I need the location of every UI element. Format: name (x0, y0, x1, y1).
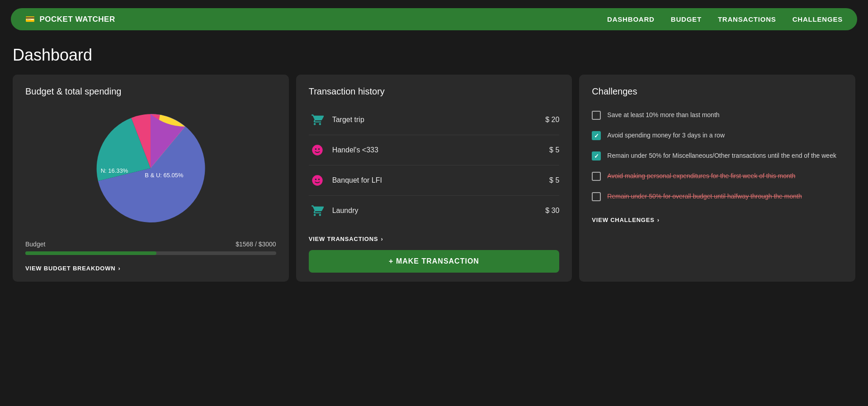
challenge-text: Avoid making personal expenditures for t… (607, 171, 795, 180)
transaction-item: Laundry $ 30 (309, 196, 560, 226)
navbar: 💳 POCKET WATCHER DASHBOARD BUDGET TRANSA… (11, 8, 857, 30)
transaction-item: Target trip $ 20 (309, 105, 560, 135)
nav-budget[interactable]: BUDGET (671, 15, 702, 23)
challenge-text: Remain under 50% for overall budget unti… (607, 192, 802, 201)
nav-transactions[interactable]: TRANSACTIONS (718, 15, 776, 23)
challenge-checkbox[interactable] (592, 172, 601, 181)
food-icon (309, 172, 326, 189)
transaction-name: Laundry (332, 207, 546, 215)
budget-card: Budget & total spending B & U: 65.05% (13, 75, 289, 282)
budget-bar-row: Budget $1568 / $3000 (25, 241, 276, 248)
svg-point-2 (318, 148, 320, 150)
view-transactions-link[interactable]: VIEW TRANSACTIONS › (309, 236, 383, 242)
pie-chart: B & U: 65.05% N: 16.33% (25, 105, 276, 231)
chevron-right-icon: › (657, 217, 660, 223)
brand-icon: 💳 (25, 14, 35, 24)
budget-bar-track (25, 251, 276, 255)
challenge-item: Avoid spending money for 3 days in a row (592, 125, 843, 146)
svg-point-0 (312, 145, 322, 155)
view-challenges-link[interactable]: VIEW CHALLENGES › (592, 217, 660, 223)
budget-bar-fill (25, 251, 156, 255)
transaction-name: Target trip (332, 116, 546, 124)
transaction-amount: $ 20 (545, 116, 559, 124)
challenge-checkbox[interactable] (592, 111, 601, 120)
challenge-text: Avoid spending money for 3 days in a row (607, 131, 725, 140)
budget-value: $1568 / $3000 (236, 241, 276, 248)
transaction-amount: $ 5 (549, 176, 559, 184)
cart-icon (309, 202, 326, 219)
chevron-right-icon: › (118, 265, 121, 272)
transaction-amount: $ 5 (549, 146, 559, 154)
challenges-list: Save at least 10% more than last month A… (592, 105, 843, 207)
transaction-item: Handel's <333 $ 5 (309, 135, 560, 165)
challenge-text: Remain under 50% for Miscellaneous/Other… (607, 151, 836, 160)
challenge-checkbox[interactable] (592, 151, 601, 161)
transaction-card-title: Transaction history (309, 86, 560, 97)
view-budget-link[interactable]: VIEW BUDGET BREAKDOWN › (25, 265, 121, 272)
brand-name: POCKET WATCHER (40, 15, 115, 24)
page-content: Dashboard Budget & total spending (0, 38, 868, 294)
challenge-item: Avoid making personal expenditures for t… (592, 166, 843, 186)
transaction-card: Transaction history Target trip $ 20 Han… (296, 75, 572, 282)
nav-links: DASHBOARD BUDGET TRANSACTIONS CHALLENGES (607, 15, 843, 23)
challenge-item: Save at least 10% more than last month (592, 105, 843, 125)
page-title: Dashboard (13, 46, 855, 65)
budget-card-title: Budget & total spending (25, 86, 276, 97)
nav-challenges[interactable]: CHALLENGES (793, 15, 843, 23)
make-transaction-button[interactable]: + MAKE TRANSACTION (309, 250, 560, 273)
transaction-list: Target trip $ 20 Handel's <333 $ 5 (309, 105, 560, 226)
challenge-checkbox[interactable] (592, 192, 601, 201)
cards-row: Budget & total spending B & U: 65.05% (13, 75, 855, 282)
transaction-name: Handel's <333 (332, 146, 549, 154)
challenge-checkbox[interactable] (592, 131, 601, 140)
challenge-item: Remain under 50% for overall budget unti… (592, 186, 843, 207)
chevron-right-icon: › (381, 236, 383, 242)
brand: 💳 POCKET WATCHER (25, 14, 115, 24)
food-icon (309, 142, 326, 159)
cart-icon (309, 111, 326, 128)
transaction-name: Banquet for LFI (332, 176, 549, 184)
challenges-card-title: Challenges (592, 86, 843, 97)
budget-label: Budget (25, 241, 45, 248)
pie-label-n: N: 16.33% (101, 167, 128, 174)
challenges-card: Challenges Save at least 10% more than l… (579, 75, 855, 282)
svg-point-4 (315, 179, 316, 180)
svg-point-5 (318, 179, 320, 180)
transaction-amount: $ 30 (545, 207, 559, 215)
pie-label-bu: B & U: 65.05% (145, 172, 184, 179)
svg-point-3 (312, 175, 322, 185)
challenge-item: Remain under 50% for Miscellaneous/Other… (592, 146, 843, 166)
transaction-item: Banquet for LFI $ 5 (309, 165, 560, 196)
svg-point-1 (315, 148, 316, 150)
challenge-text: Save at least 10% more than last month (607, 110, 719, 119)
nav-dashboard[interactable]: DASHBOARD (607, 15, 655, 23)
